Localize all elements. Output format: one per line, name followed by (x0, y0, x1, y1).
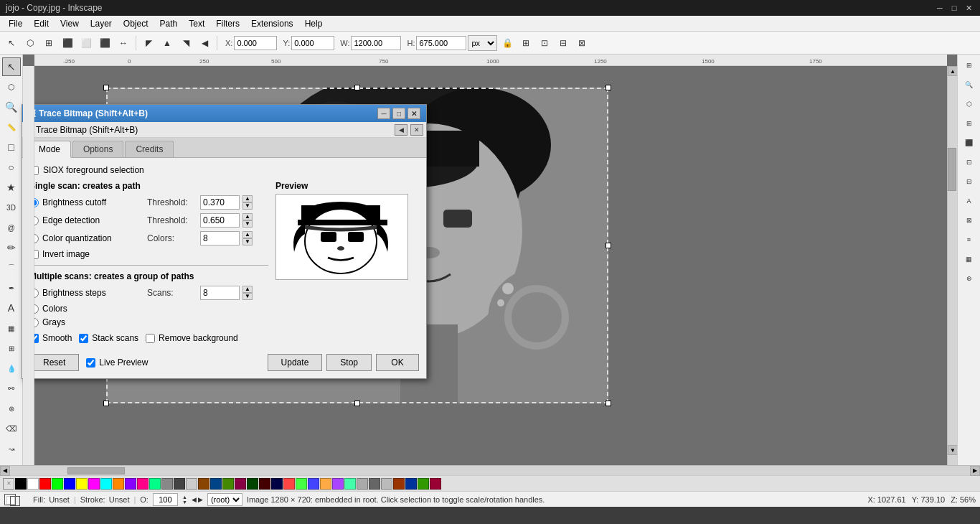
right-tool-3[interactable]: ⬡ (960, 95, 979, 113)
update-button[interactable]: Update (268, 354, 323, 371)
palette-darkred[interactable] (259, 478, 270, 490)
measure-tool[interactable]: 📏 (2, 118, 21, 136)
handle-bl[interactable] (103, 401, 109, 406)
color-quant-radio-label[interactable]: Color quantization (29, 233, 144, 243)
align-center-btn[interactable]: ⬜ (77, 34, 95, 52)
gradient-tool[interactable]: ▦ (2, 319, 21, 337)
node-tool-btn[interactable]: ⬡ (22, 34, 39, 52)
right-tool-4[interactable]: ⊞ (960, 114, 979, 133)
palette-avocado[interactable] (418, 478, 429, 490)
transform-btn[interactable]: ⊞ (40, 34, 57, 52)
spiral-tool[interactable]: @ (2, 218, 21, 237)
scans-up[interactable]: ▲ (242, 286, 253, 293)
menu-file[interactable]: File (3, 17, 28, 30)
palette-gray1[interactable] (161, 478, 173, 490)
menu-edit[interactable]: Edit (28, 17, 55, 30)
stack-scans-checkbox[interactable] (79, 334, 88, 343)
pen-tool[interactable]: ⌒ (2, 258, 21, 277)
palette-purple[interactable] (125, 478, 136, 490)
handle-tc[interactable] (354, 85, 360, 90)
dialog-close-btn[interactable]: ✕ (407, 108, 420, 119)
palette-darkgreen[interactable] (247, 478, 258, 490)
handle-bc[interactable] (354, 401, 360, 406)
colors-up[interactable]: ▲ (242, 231, 253, 238)
callig-tool[interactable]: ✒ (2, 279, 21, 297)
snap-btn1[interactable]: ⊞ (517, 34, 534, 52)
align-tc-btn[interactable]: ▲ (159, 34, 176, 52)
menu-filters[interactable]: Filters (210, 17, 245, 30)
ok-button[interactable]: OK (376, 354, 419, 371)
threshold1-down[interactable]: ▼ (242, 202, 253, 210)
palette-rust[interactable] (393, 478, 405, 490)
palette-gray3[interactable] (186, 478, 197, 490)
palette-dimgray[interactable] (369, 478, 380, 490)
3d-tool[interactable]: 3D (2, 198, 21, 217)
text-tool[interactable]: A (2, 299, 21, 317)
mesh-tool[interactable]: ⊞ (2, 339, 21, 357)
h-scroll-thumb[interactable] (67, 467, 125, 474)
y-coord-input[interactable] (291, 36, 334, 50)
live-preview-label[interactable]: Live Preview (86, 357, 201, 368)
rect-tool[interactable]: □ (2, 138, 21, 156)
dialog-minimize-btn[interactable]: ─ (377, 108, 390, 119)
align-right-btn[interactable]: ⬛ (96, 34, 113, 52)
invert-label[interactable]: Invert image (29, 249, 144, 259)
menu-text[interactable]: Text (183, 17, 210, 30)
h-scroll-track[interactable] (10, 467, 970, 475)
maximize-button[interactable]: □ (948, 2, 960, 14)
right-tool-7[interactable]: ⊟ (960, 172, 979, 191)
connector-tool[interactable]: ↝ (2, 439, 21, 458)
x-coord-input[interactable] (234, 36, 277, 50)
live-preview-checkbox[interactable] (86, 358, 95, 368)
palette-crimson[interactable] (430, 478, 441, 490)
h-scroll-left[interactable]: ◀ (0, 466, 10, 476)
palette-silver[interactable] (357, 478, 368, 490)
spray-tool[interactable]: ⊛ (2, 399, 21, 418)
align-tr-btn[interactable]: ◥ (177, 34, 194, 52)
right-tool-12[interactable]: ⊛ (960, 269, 979, 288)
palette-blue[interactable] (64, 478, 75, 490)
brightness-steps-radio-label[interactable]: Brightness steps (29, 288, 144, 298)
h-coord-input[interactable] (416, 36, 466, 50)
stop-button[interactable]: Stop (326, 354, 372, 371)
menu-layer[interactable]: Layer (85, 17, 118, 30)
palette-maroon[interactable] (235, 478, 246, 490)
star-tool[interactable]: ★ (2, 178, 21, 197)
opacity-arrows[interactable]: ▲ ▼ (182, 495, 187, 505)
palette-teal[interactable] (149, 478, 161, 490)
siox-label[interactable]: SIOX foreground selection (43, 165, 144, 175)
right-tool-9[interactable]: ⊠ (960, 211, 979, 230)
right-tool-8[interactable]: A (960, 192, 979, 210)
palette-black[interactable] (15, 478, 27, 490)
v-scrollbar[interactable]: ▲ ▼ (947, 66, 957, 465)
dialog-inner-close[interactable]: ✕ (410, 124, 423, 136)
brightness-radio-label[interactable]: Brightness cutoff (29, 197, 144, 207)
flip-h-btn[interactable]: ↔ (115, 34, 132, 52)
palette-none[interactable]: ✕ (3, 478, 14, 490)
threshold2-down[interactable]: ▼ (242, 220, 253, 228)
tab-options[interactable]: Options (72, 141, 123, 157)
palette-brown[interactable] (198, 478, 209, 490)
palette-orange[interactable] (113, 478, 124, 490)
palette-mint[interactable] (344, 478, 356, 490)
palette-violet[interactable] (332, 478, 344, 490)
dropper-tool[interactable]: 💧 (2, 359, 21, 378)
dialog-maximize-btn[interactable]: □ (392, 108, 405, 119)
remove-bg-checkbox[interactable] (146, 334, 155, 343)
v-scroll-up[interactable]: ▲ (948, 66, 957, 76)
palette-olive[interactable] (222, 478, 234, 490)
align-left-btn[interactable]: ⬛ (59, 34, 76, 52)
handle-tr[interactable] (606, 85, 611, 90)
threshold2-up[interactable]: ▲ (242, 213, 253, 220)
grays-radio-label[interactable]: Grays (29, 317, 144, 327)
palette-blue2[interactable] (308, 478, 319, 490)
right-tool-10[interactable]: ≡ (960, 230, 979, 249)
stroke-swatch[interactable] (10, 496, 20, 506)
node-tool[interactable]: ⬡ (2, 78, 21, 96)
zoom-tool[interactable]: 🔍 (2, 98, 21, 116)
right-tool-2[interactable]: 🔍 (960, 75, 979, 94)
snap-btn3[interactable]: ⊟ (555, 34, 572, 52)
v-scroll-down[interactable]: ▼ (948, 445, 957, 455)
dialog-inner-collapse[interactable]: ◀ (395, 124, 407, 136)
menu-extensions[interactable]: Extensions (245, 17, 299, 30)
